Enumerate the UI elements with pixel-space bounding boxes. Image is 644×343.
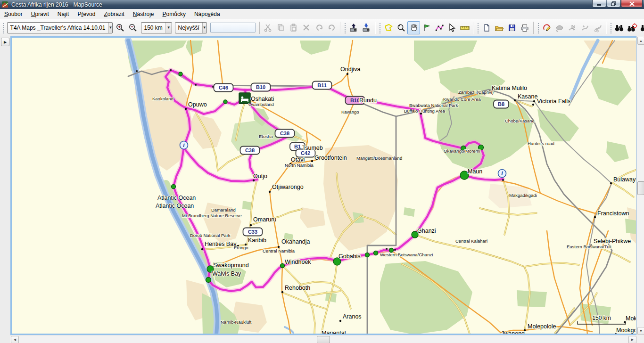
- open-file-button[interactable]: [493, 21, 506, 34]
- lasso-tool[interactable]: [553, 21, 566, 34]
- map-product-select[interactable]: T4A Maps _Traveller's Africa 14.10.01 ▼: [7, 22, 113, 33]
- route-tool[interactable]: [433, 21, 446, 34]
- delete-button[interactable]: [300, 21, 313, 34]
- waypoint-marker[interactable]: [172, 185, 176, 189]
- waypoint-marker[interactable]: [223, 100, 227, 104]
- menu-zobrazit[interactable]: Zobrazit: [99, 9, 128, 19]
- menu-nastroje[interactable]: Nástroje: [129, 9, 158, 19]
- route-via-point[interactable]: [394, 249, 396, 251]
- split-route-tool[interactable]: [566, 21, 578, 34]
- info-icon[interactable]: i: [498, 170, 506, 178]
- info-icon[interactable]: i: [180, 141, 188, 149]
- zoom-in-button[interactable]: [114, 21, 127, 34]
- minimize-button[interactable]: [592, 0, 606, 8]
- waypoint-marker[interactable]: [281, 264, 285, 268]
- find-nearest-button[interactable]: [626, 21, 639, 34]
- route-via-point[interactable]: [136, 70, 138, 72]
- menu-napoveda[interactable]: Nápověda: [190, 9, 224, 19]
- receive-from-device-button[interactable]: [360, 21, 373, 34]
- redo-button[interactable]: [325, 21, 338, 34]
- vertical-scroll-thumb[interactable]: [637, 181, 644, 195]
- menu-najit[interactable]: Najít: [53, 9, 74, 19]
- road-badge: B8: [494, 100, 509, 108]
- horizontal-scroll-thumb[interactable]: [317, 336, 330, 343]
- cut-button[interactable]: [262, 21, 275, 34]
- zoom-tool[interactable]: [395, 21, 407, 34]
- toolbar-grip[interactable]: [2, 22, 5, 33]
- copy-button[interactable]: [275, 21, 288, 34]
- svg-text:B10: B10: [256, 84, 265, 90]
- mapsource-window: { "window": { "title": "Cesta Afrika rij…: [0, 0, 644, 343]
- chevron-down-icon: ▼: [165, 23, 172, 33]
- waypoint-marker[interactable]: [206, 278, 211, 283]
- map-label: Etosha: [259, 134, 273, 139]
- map-label: Dorob National Park: [190, 233, 231, 238]
- map-label: Opuwo: [188, 101, 207, 108]
- send-to-device-button[interactable]: [347, 21, 360, 34]
- menu-upravit[interactable]: Upravit: [27, 9, 53, 19]
- cut-route-tool[interactable]: [591, 21, 604, 34]
- new-file-button[interactable]: [480, 21, 493, 34]
- map-label: Namib-Naukluft: [221, 319, 252, 325]
- measure-ruler-tool[interactable]: [458, 21, 471, 34]
- city-dot: [311, 160, 313, 162]
- map-label: Grootfontein: [314, 155, 347, 161]
- print-button[interactable]: [519, 21, 531, 34]
- edit-waypoint-tool[interactable]: [540, 21, 553, 34]
- find-button[interactable]: [613, 21, 626, 34]
- close-button[interactable]: [621, 0, 643, 8]
- selection-arrow-tool[interactable]: [446, 21, 458, 34]
- waypoint-marker[interactable]: [365, 253, 370, 257]
- restore-button[interactable]: [607, 0, 620, 8]
- zoom-out-button[interactable]: [127, 21, 140, 34]
- toolbar-grip[interactable]: [610, 22, 612, 33]
- scrollbar-corner: [636, 335, 644, 343]
- menu-pomucky[interactable]: Pomůcky: [158, 9, 190, 19]
- scroll-right-arrow[interactable]: ▶: [628, 336, 636, 343]
- city-dot: [514, 99, 516, 101]
- pan-tool[interactable]: [407, 21, 420, 34]
- map-label: Gobabis: [339, 253, 361, 260]
- waypoint-marker[interactable]: [374, 251, 378, 255]
- scroll-down-arrow[interactable]: ▼: [637, 327, 644, 335]
- toolbar-grip[interactable]: [537, 22, 540, 33]
- find-recent-button[interactable]: [639, 21, 644, 34]
- paste-button[interactable]: [287, 21, 300, 34]
- route-via-point[interactable]: [502, 179, 504, 181]
- toolbar-grip[interactable]: [344, 22, 347, 33]
- route-via-point[interactable]: [170, 69, 172, 71]
- toolbar-grip[interactable]: [477, 22, 479, 33]
- scale-select[interactable]: 150 km ▼: [141, 22, 172, 33]
- map-canvas[interactable]: ii C46B10B11B10B8C38C38B1C42C33 OndjivaO…: [12, 38, 636, 334]
- map-label: Mok: [626, 315, 636, 322]
- menu-soubor[interactable]: Soubor: [0, 9, 27, 19]
- svg-text:C33: C33: [248, 229, 257, 235]
- map-label: Hunter's road: [528, 141, 554, 146]
- panel-expand-button[interactable]: ▶: [1, 38, 9, 46]
- horizontal-scrollbar[interactable]: ◀ ▶: [10, 335, 636, 343]
- city-dot: [250, 224, 252, 226]
- vertical-scrollbar[interactable]: ▲ ▼: [636, 36, 644, 335]
- location-input[interactable]: [210, 23, 256, 33]
- waypoint-flag-tool[interactable]: [420, 21, 433, 34]
- detail-select[interactable]: Nejvyšší ▼: [175, 22, 207, 33]
- save-button[interactable]: [506, 21, 519, 34]
- map-label: Otjiwarongo: [272, 184, 304, 190]
- undo-button[interactable]: [313, 21, 325, 34]
- route-via-point[interactable]: [195, 84, 197, 86]
- map-label: Mariental: [322, 330, 346, 334]
- map-label: Kwando Core Area: [443, 97, 481, 102]
- menu-prevod[interactable]: Převod: [73, 9, 99, 19]
- city-dot: [185, 108, 187, 110]
- toolbar-grip[interactable]: [379, 22, 381, 33]
- map-label: Aranos: [343, 313, 362, 320]
- road-badge: B10: [251, 83, 271, 91]
- map-label: Chobe/Kasane: [505, 118, 535, 123]
- map-label: Kaokoland: [152, 96, 173, 101]
- scroll-left-arrow[interactable]: ◀: [11, 336, 19, 343]
- waypoint-marker[interactable]: [179, 72, 182, 76]
- scroll-up-arrow[interactable]: ▲: [637, 37, 644, 45]
- route-via-point[interactable]: [386, 248, 388, 250]
- area-select-tool[interactable]: [382, 21, 395, 34]
- insert-route-point-tool[interactable]: [578, 21, 591, 34]
